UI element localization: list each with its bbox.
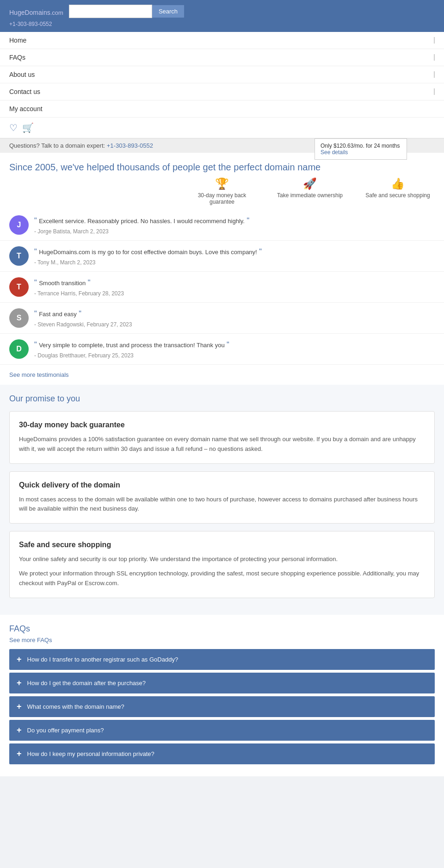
faq-item[interactable]: + What comes with the domain name? bbox=[9, 696, 435, 717]
search-input[interactable] bbox=[69, 5, 152, 18]
faq-label: How do I get the domain after the purcha… bbox=[27, 680, 146, 687]
promise-card-text-1: HugeDomains provides a 100% satisfaction… bbox=[19, 435, 425, 454]
search-form: Search bbox=[69, 5, 184, 18]
faq-expand-icon: + bbox=[17, 749, 22, 759]
testimonial-body: " Very simple to complete, trust and pro… bbox=[34, 339, 435, 359]
testimonial-body: " Smooth transition " - Terrance Harris,… bbox=[34, 277, 435, 297]
phone-number: +1-303-893-0552 bbox=[9, 21, 435, 27]
faq-label: Do you offer payment plans? bbox=[27, 727, 104, 734]
features-row: 🏆 30-day money back guarantee 🚀 Take imm… bbox=[0, 177, 444, 210]
promise-card-delivery: Quick delivery of the domain In most cas… bbox=[9, 471, 435, 524]
testimonial-body: " Excellent service. Reasonably priced. … bbox=[34, 215, 435, 235]
questions-bar: Questions? Talk to a domain expert: +1-3… bbox=[0, 138, 444, 153]
testimonial-header: D " Very simple to complete, trust and p… bbox=[9, 339, 435, 359]
open-quote-mark: " bbox=[34, 217, 39, 225]
feature-secure: 👍 Safe and secure shopping bbox=[361, 177, 435, 205]
close-quote-mark: " bbox=[225, 341, 229, 349]
tooltip-box: Only $120.63/mo. for 24 months See detai… bbox=[314, 138, 407, 160]
thumbsup-icon: 👍 bbox=[361, 177, 435, 190]
testimonial-item: T " Smooth transition " - Terrance Harri… bbox=[0, 272, 444, 303]
faq-expand-icon: + bbox=[17, 655, 22, 664]
quote-author: - Jorge Batista, March 2, 2023 bbox=[34, 228, 435, 235]
testimonial-item: D " Very simple to complete, trust and p… bbox=[0, 334, 444, 365]
promise-card-money-back: 30-day money back guarantee HugeDomains … bbox=[9, 411, 435, 464]
feature-ownership: 🚀 Take immediate ownership bbox=[273, 177, 347, 205]
promise-card-text-2: In most cases access to the domain will … bbox=[19, 495, 425, 514]
header: HugeDomains.com Search +1-303-893-0552 bbox=[0, 0, 444, 32]
close-quote-mark: " bbox=[77, 310, 81, 318]
open-quote-mark: " bbox=[34, 279, 39, 287]
promise-card-title-1: 30-day money back guarantee bbox=[19, 421, 425, 429]
nav-home[interactable]: Home bbox=[0, 32, 444, 49]
main-content: Since 2005, we've helped thousands of pe… bbox=[0, 153, 444, 385]
feature-label: 30-day money back guarantee bbox=[185, 192, 259, 205]
feature-money-back: 🏆 30-day money back guarantee bbox=[185, 177, 259, 205]
quote-author: - Steven Radgowski, February 27, 2023 bbox=[34, 321, 435, 328]
quote-author: - Tony M., March 2, 2023 bbox=[34, 259, 435, 266]
quote-author: - Douglas Bretthauer, February 25, 2023 bbox=[34, 352, 435, 359]
faq-label: How do I transfer to another registrar s… bbox=[27, 656, 179, 663]
nav-account[interactable]: My account bbox=[0, 100, 444, 118]
testimonial-header: J " Excellent service. Reasonably priced… bbox=[9, 215, 435, 235]
faq-label: How do I keep my personal information pr… bbox=[27, 750, 154, 757]
testimonial-body: " HugeDomains.com is my go to for cost e… bbox=[34, 246, 435, 266]
search-button[interactable]: Search bbox=[152, 5, 184, 18]
open-quote-mark: " bbox=[34, 341, 39, 349]
faqs-section: FAQs See more FAQs + How do I transfer t… bbox=[0, 615, 444, 776]
close-quote-mark: " bbox=[257, 248, 262, 256]
testimonial-item: J " Excellent service. Reasonably priced… bbox=[0, 210, 444, 241]
nav-contact[interactable]: Contact us bbox=[0, 83, 444, 100]
wishlist-icon[interactable]: ♡ bbox=[9, 122, 18, 133]
avatar: T bbox=[9, 277, 29, 297]
testimonial-header: S " Fast and easy " - Steven Radgowski, … bbox=[9, 308, 435, 328]
tooltip-text: Only $120.63/mo. for 24 months bbox=[321, 143, 400, 149]
feature-label: Safe and secure shopping bbox=[361, 192, 435, 199]
navigation: Home FAQs About us Contact us My account… bbox=[0, 32, 444, 138]
promise-card-title-3: Safe and secure shopping bbox=[19, 541, 425, 549]
questions-phone[interactable]: +1-303-893-0552 bbox=[107, 142, 153, 149]
faq-expand-icon: + bbox=[17, 725, 22, 735]
nav-divider bbox=[434, 54, 435, 61]
testimonial-item: T " HugeDomains.com is my go to for cost… bbox=[0, 241, 444, 272]
testimonial-body: " Fast and easy " - Steven Radgowski, Fe… bbox=[34, 308, 435, 328]
avatar: T bbox=[9, 246, 29, 266]
nav-faqs[interactable]: FAQs bbox=[0, 49, 444, 66]
testimonials-list: J " Excellent service. Reasonably priced… bbox=[0, 210, 444, 365]
open-quote-mark: " bbox=[34, 248, 39, 256]
promise-card-text-3b: We protect your information through SSL … bbox=[19, 569, 425, 588]
faq-item[interactable]: + How do I keep my personal information … bbox=[9, 743, 435, 764]
avatar: S bbox=[9, 308, 29, 328]
faq-label: What comes with the domain name? bbox=[27, 703, 124, 710]
testimonial-header: T " Smooth transition " - Terrance Harri… bbox=[9, 277, 435, 297]
nav-about[interactable]: About us bbox=[0, 66, 444, 83]
logo: HugeDomains.com bbox=[9, 6, 63, 18]
feature-label: Take immediate ownership bbox=[273, 192, 347, 199]
tooltip-link[interactable]: See details bbox=[321, 149, 348, 156]
logo-text: HugeDomains bbox=[9, 9, 50, 16]
see-more-testimonials-link[interactable]: See more testimonials bbox=[0, 365, 444, 385]
faq-item[interactable]: + How do I get the domain after the purc… bbox=[9, 673, 435, 693]
open-quote-mark: " bbox=[34, 310, 39, 318]
faq-expand-icon: + bbox=[17, 702, 22, 712]
quote-text: " Very simple to complete, trust and pro… bbox=[34, 339, 435, 350]
promise-title: Our promise to you bbox=[9, 394, 435, 404]
faq-item[interactable]: + How do I transfer to another registrar… bbox=[9, 649, 435, 670]
nav-icon-bar: ♡ 🛒 bbox=[0, 118, 444, 138]
quote-author: - Terrance Harris, February 28, 2023 bbox=[34, 290, 435, 297]
logo-suffix: .com bbox=[50, 9, 63, 16]
faqs-title: FAQs bbox=[9, 624, 435, 634]
promise-section: Our promise to you 30-day money back gua… bbox=[0, 385, 444, 615]
faqs-list: + How do I transfer to another registrar… bbox=[9, 649, 435, 764]
quote-text: " HugeDomains.com is my go to for cost e… bbox=[34, 246, 435, 257]
nav-divider bbox=[434, 71, 435, 78]
cart-icon[interactable]: 🛒 bbox=[22, 122, 34, 133]
quote-text: " Excellent service. Reasonably priced. … bbox=[34, 215, 435, 226]
testimonial-header: T " HugeDomains.com is my go to for cost… bbox=[9, 246, 435, 266]
promise-card-secure: Safe and secure shopping Your online saf… bbox=[9, 531, 435, 598]
testimonial-item: S " Fast and easy " - Steven Radgowski, … bbox=[0, 303, 444, 334]
faq-item[interactable]: + Do you offer payment plans? bbox=[9, 720, 435, 741]
promise-card-text-3a: Your online safety and security is our t… bbox=[19, 555, 425, 564]
avatar: D bbox=[9, 339, 29, 359]
see-more-faqs-link[interactable]: See more FAQs bbox=[9, 637, 435, 643]
promise-card-title-2: Quick delivery of the domain bbox=[19, 481, 425, 489]
